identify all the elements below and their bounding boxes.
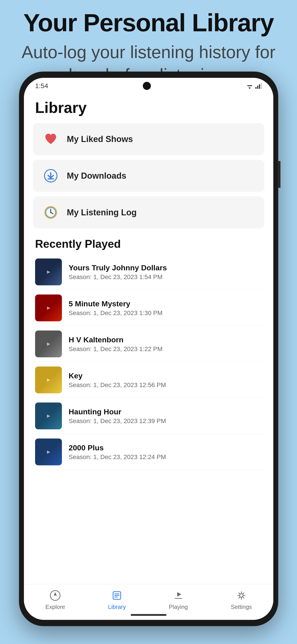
show-meta-haunting: Season: 1, Dec 23, 2023 12:39 PM xyxy=(69,418,262,425)
home-indicator xyxy=(131,614,167,616)
nav-playing[interactable]: Playing xyxy=(169,589,188,610)
phone-frame: 1:54 Library xyxy=(19,72,278,626)
status-time: 1:54 xyxy=(35,82,48,90)
show-title-mystery: 5 Minute Mystery xyxy=(69,300,262,308)
svg-rect-4 xyxy=(256,87,257,89)
show-title-2000plus: 2000 Plus xyxy=(69,444,262,452)
power-button xyxy=(278,161,281,188)
show-title-key: Key xyxy=(69,372,262,380)
show-item-mystery[interactable]: ▶ 5 Minute Mystery Season: 1, Dec 23, 20… xyxy=(33,290,264,326)
signal-icon xyxy=(256,83,262,89)
show-meta-key: Season: 1, Dec 23, 2023 12:56 PM xyxy=(69,382,262,389)
show-thumbnail-kaltenborn: ▶ xyxy=(35,330,62,357)
nav-explore[interactable]: Explore xyxy=(45,589,65,610)
downloads-item[interactable]: My Downloads xyxy=(33,160,264,192)
show-thumbnail-2000plus: ▶ xyxy=(35,438,62,465)
clock-icon xyxy=(43,205,58,220)
show-thumbnail-mystery: ▶ xyxy=(35,294,62,321)
nav-library-label: Library xyxy=(108,604,126,610)
settings-icon xyxy=(235,589,248,602)
heart-icon-wrapper xyxy=(43,131,59,147)
page-title: Library xyxy=(24,92,273,121)
svg-point-23 xyxy=(240,594,243,597)
show-info-haunting: Haunting Hour Season: 1, Dec 23, 2023 12… xyxy=(69,408,262,425)
show-meta-johnny: Season: 1, Dec 23, 2023 1:54 PM xyxy=(69,274,262,281)
listening-log-label: My Listening Log xyxy=(67,208,137,217)
show-thumbnail-haunting: ▶ xyxy=(35,402,62,429)
show-title-haunting: Haunting Hour xyxy=(69,408,262,416)
phone-screen: 1:54 Library xyxy=(24,78,273,620)
nav-explore-label: Explore xyxy=(45,604,65,610)
download-icon xyxy=(43,168,58,183)
svg-rect-6 xyxy=(259,84,260,89)
nav-playing-label: Playing xyxy=(169,604,188,610)
explore-icon xyxy=(49,589,61,602)
show-info-johnny: Yours Truly Johnny Dollars Season: 1, De… xyxy=(69,264,262,281)
download-icon-wrapper xyxy=(43,168,59,184)
show-item-kaltenborn[interactable]: ▶ H V Kaltenborn Season: 1, Dec 23, 2023… xyxy=(33,326,264,362)
svg-marker-17 xyxy=(54,592,57,596)
show-thumbnail-johnny: ▶ xyxy=(35,258,62,285)
show-item-johnny[interactable]: ▶ Yours Truly Johnny Dollars Season: 1, … xyxy=(33,254,264,290)
status-bar: 1:54 xyxy=(24,78,273,92)
svg-rect-7 xyxy=(261,83,262,89)
show-meta-kaltenborn: Season: 1, Dec 23, 2023 1:22 PM xyxy=(69,346,262,353)
show-title-johnny: Yours Truly Johnny Dollars xyxy=(69,264,262,272)
downloads-label: My Downloads xyxy=(67,171,126,181)
heart-icon xyxy=(43,132,58,146)
recently-played-list: ▶ Yours Truly Johnny Dollars Season: 1, … xyxy=(24,254,273,470)
svg-point-16 xyxy=(50,590,60,600)
svg-rect-5 xyxy=(257,86,258,89)
show-title-kaltenborn: H V Kaltenborn xyxy=(69,336,262,344)
liked-shows-label: My Liked Shows xyxy=(67,134,133,144)
hero-title: Your Personal Library xyxy=(0,9,297,36)
playing-icon xyxy=(172,589,185,602)
clock-icon-wrapper xyxy=(43,204,59,220)
nav-settings-label: Settings xyxy=(231,604,252,610)
svg-point-3 xyxy=(249,88,250,89)
show-info-kaltenborn: H V Kaltenborn Season: 1, Dec 23, 2023 1… xyxy=(69,336,262,353)
show-info-key: Key Season: 1, Dec 23, 2023 12:56 PM xyxy=(69,372,262,389)
listening-log-item[interactable]: My Listening Log xyxy=(33,196,264,228)
show-item-key[interactable]: ▶ Key Season: 1, Dec 23, 2023 12:56 PM xyxy=(33,362,264,398)
svg-point-15 xyxy=(50,212,51,213)
show-item-2000plus[interactable]: ▶ 2000 Plus Season: 1, Dec 23, 2023 12:2… xyxy=(33,434,264,470)
show-meta-mystery: Season: 1, Dec 23, 2023 1:30 PM xyxy=(69,310,262,317)
wifi-icon xyxy=(246,83,254,89)
show-thumbnail-key: ▶ xyxy=(35,366,62,393)
show-item-haunting[interactable]: ▶ Haunting Hour Season: 1, Dec 23, 2023 … xyxy=(33,398,264,434)
library-icon xyxy=(111,589,123,602)
recently-played-title: Recently Played xyxy=(24,231,273,254)
liked-shows-item[interactable]: My Liked Shows xyxy=(33,123,264,155)
camera-dot xyxy=(143,82,151,90)
nav-library[interactable]: Library xyxy=(108,589,126,610)
show-meta-2000plus: Season: 1, Dec 23, 2023 12:24 PM xyxy=(69,454,262,461)
show-info-2000plus: 2000 Plus Season: 1, Dec 23, 2023 12:24 … xyxy=(69,444,262,461)
library-items-list: My Liked Shows My Downloads xyxy=(24,121,273,231)
status-icons xyxy=(246,83,262,89)
nav-settings[interactable]: Settings xyxy=(231,589,252,610)
app-content: Library My Liked Shows xyxy=(24,92,273,618)
show-info-mystery: 5 Minute Mystery Season: 1, Dec 23, 2023… xyxy=(69,300,262,317)
